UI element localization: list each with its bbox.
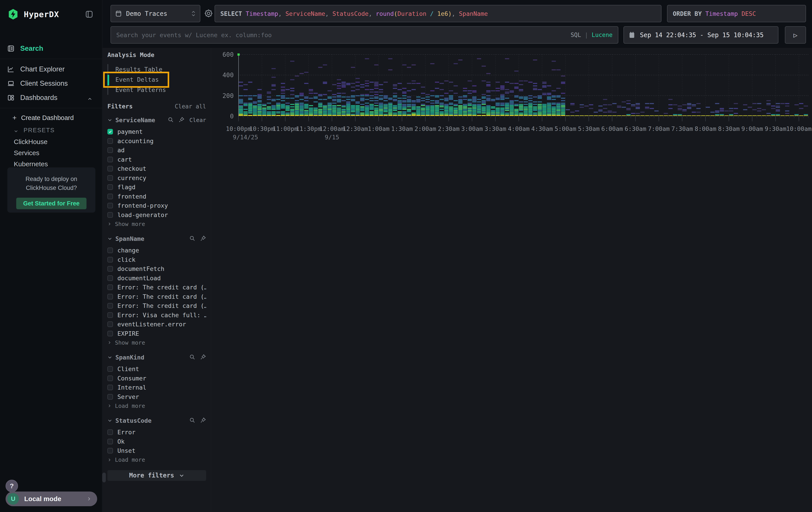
filter-option[interactable]: Error: Visa cache full: …	[107, 311, 206, 320]
pin-icon[interactable]	[200, 235, 206, 242]
filter-option[interactable]: Unset	[107, 446, 206, 455]
sidebar-item-chart-explorer[interactable]: Chart Explorer	[0, 62, 102, 76]
checkbox[interactable]	[107, 166, 113, 171]
lucene-mode-toggle[interactable]: Lucene	[592, 32, 613, 38]
chevron-down-icon[interactable]	[107, 236, 112, 241]
filter-option[interactable]: documentFetch	[107, 264, 206, 274]
filter-option[interactable]: Error: The credit card (…	[107, 283, 206, 292]
filter-option[interactable]: Consumer	[107, 374, 206, 383]
filter-option[interactable]: click	[107, 255, 206, 265]
sql-select-input[interactable]: SELECT Timestamp, ServiceName, StatusCod…	[214, 5, 662, 22]
chevron-down-icon[interactable]	[107, 355, 112, 360]
checkbox[interactable]	[107, 157, 113, 162]
checkbox[interactable]	[107, 448, 113, 454]
checkbox[interactable]	[107, 331, 113, 336]
sql-mode-toggle[interactable]: SQL	[571, 32, 581, 38]
filter-option[interactable]: Client	[107, 365, 206, 374]
checkbox[interactable]	[107, 303, 113, 308]
checkbox[interactable]	[107, 212, 113, 218]
search-icon[interactable]	[189, 354, 195, 361]
order-by-input[interactable]: ORDER BY Timestamp DESC	[667, 5, 806, 22]
help-button[interactable]: ?	[5, 480, 18, 492]
filter-option[interactable]: Internal	[107, 383, 206, 392]
filter-option[interactable]: accounting	[107, 136, 206, 146]
sidebar-item-search[interactable]: Search	[0, 42, 102, 56]
checkbox[interactable]	[107, 285, 113, 290]
search-icon[interactable]	[189, 235, 195, 242]
sidebar-collapse-icon[interactable]	[85, 10, 93, 18]
filter-option[interactable]: checkout	[107, 164, 206, 173]
filter-option[interactable]: Error: The credit card (…	[107, 292, 206, 301]
filter-option[interactable]: cart	[107, 155, 206, 164]
pin-icon[interactable]	[200, 354, 206, 361]
sidebar-item-client-sessions[interactable]: Client Sessions	[0, 76, 102, 90]
checkbox[interactable]	[107, 385, 113, 390]
mode-event-deltas[interactable]: Event Deltas	[108, 74, 206, 85]
chevron-down-icon[interactable]	[107, 418, 112, 423]
show-more-button[interactable]: Show more	[107, 219, 206, 228]
chevron-up-icon[interactable]	[87, 95, 92, 100]
filter-option[interactable]: ad	[107, 145, 206, 155]
create-dashboard-button[interactable]: + Create Dashboard	[0, 111, 102, 124]
source-select[interactable]: Demo Traces	[111, 5, 200, 22]
checkbox[interactable]	[107, 129, 113, 134]
facet-clear-button[interactable]: Clear	[190, 117, 206, 123]
presets-toggle[interactable]: PRESETS	[0, 124, 102, 136]
gear-icon[interactable]	[204, 8, 213, 18]
filter-option[interactable]: frontend-proxy	[107, 201, 206, 210]
load-more-button[interactable]: Load more	[107, 455, 206, 464]
checkbox[interactable]	[107, 439, 113, 444]
checkbox[interactable]	[107, 175, 113, 181]
filter-option[interactable]: documentLoad	[107, 274, 206, 283]
checkbox[interactable]	[107, 266, 113, 272]
checkbox[interactable]	[107, 376, 113, 381]
search-icon[interactable]	[168, 117, 174, 124]
chevron-down-icon[interactable]	[107, 117, 112, 123]
date-range-picker[interactable]: Sep 14 22:04:35 - Sep 15 10:04:35	[624, 26, 778, 44]
mode-event-patterns[interactable]: Event Patterns	[108, 85, 206, 95]
local-mode-menu[interactable]: U Local mode	[5, 491, 97, 506]
filter-option[interactable]: Server	[107, 392, 206, 402]
filter-option[interactable]: currency	[107, 173, 206, 183]
scrollbar-thumb[interactable]	[102, 473, 106, 482]
checkbox[interactable]	[107, 257, 113, 263]
load-more-button[interactable]: Load more	[107, 401, 206, 410]
get-started-button[interactable]: Get Started for Free	[16, 198, 86, 209]
checkbox[interactable]	[107, 194, 113, 199]
filter-option[interactable]: frontend	[107, 192, 206, 201]
sidebar-item-dashboards[interactable]: Dashboards	[0, 90, 102, 105]
filter-option[interactable]: flagd	[107, 183, 206, 192]
clear-all-button[interactable]: Clear all	[175, 103, 206, 110]
checkbox[interactable]	[107, 429, 113, 435]
filter-option[interactable]: eventListener.error	[107, 320, 206, 329]
filter-option[interactable]: change	[107, 246, 206, 255]
checkbox[interactable]	[107, 294, 113, 299]
run-query-button[interactable]: ▷	[785, 26, 806, 44]
checkbox[interactable]	[107, 366, 113, 372]
filter-option[interactable]: EXPIRE	[107, 329, 206, 339]
show-more-button[interactable]: Show more	[107, 338, 206, 347]
search-icon[interactable]	[189, 417, 195, 424]
more-filters-button[interactable]: More filters	[107, 470, 206, 481]
filter-option[interactable]: Error	[107, 428, 206, 437]
checkbox[interactable]	[107, 147, 113, 153]
pin-icon[interactable]	[200, 417, 206, 424]
filter-option[interactable]: payment	[107, 127, 206, 136]
checkbox[interactable]	[107, 312, 113, 318]
filter-option[interactable]: Ok	[107, 437, 206, 446]
sidebar-item-services[interactable]: Services	[0, 147, 102, 159]
filter-option[interactable]: Error: The credit card (…	[107, 301, 206, 311]
checkbox[interactable]	[107, 275, 113, 281]
search-input[interactable]	[111, 26, 618, 44]
checkbox[interactable]	[107, 184, 113, 190]
checkbox[interactable]	[107, 203, 113, 208]
filter-option[interactable]: load-generator	[107, 210, 206, 220]
mode-results-table[interactable]: Results Table	[108, 64, 206, 74]
sidebar-item-clickhouse[interactable]: ClickHouse	[0, 136, 102, 147]
pin-icon[interactable]	[178, 117, 184, 124]
checkbox[interactable]	[107, 138, 113, 144]
checkbox[interactable]	[107, 394, 113, 400]
checkbox[interactable]	[107, 321, 113, 327]
checkbox[interactable]	[107, 247, 113, 253]
latency-heatmap[interactable]	[211, 48, 812, 124]
